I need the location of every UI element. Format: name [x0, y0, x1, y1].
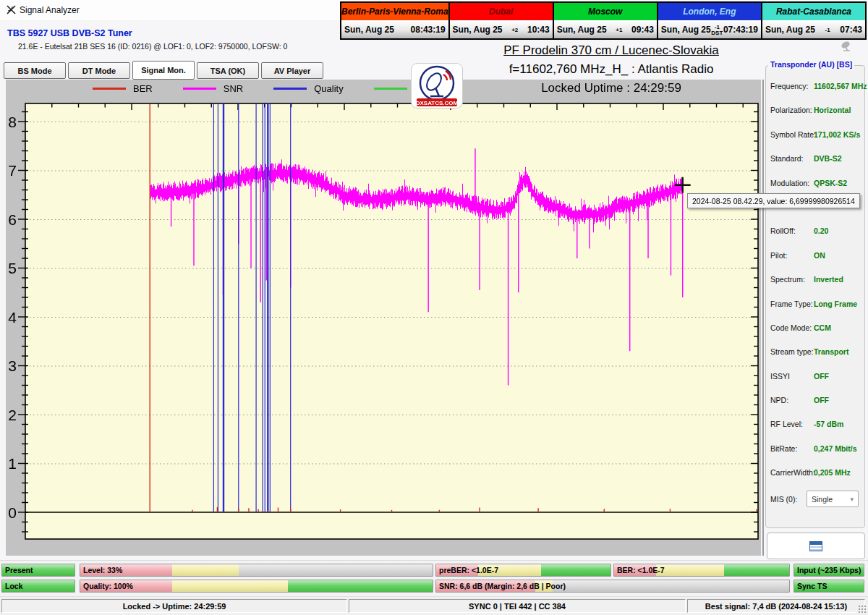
field-value: OFF — [814, 372, 829, 381]
field-label: RollOff: — [770, 226, 796, 235]
clock-utc-offset — [394, 29, 411, 30]
bar-segment-green — [288, 580, 433, 592]
tab-signal-mon-[interactable]: Signal Mon. — [132, 61, 195, 80]
legend-swatch-snr — [183, 88, 216, 90]
field-label: Standard: — [770, 154, 804, 163]
chart-tooltip: 2024-08-25 08.42.29, value: 6,6999998092… — [687, 193, 860, 208]
clock-time-row: Sun, Aug 25+109:43 — [554, 20, 657, 38]
clock-time-row: Sun, Aug 25-107:43 — [762, 20, 865, 38]
locked-uptime: Locked Uptime : 24:29:59 — [405, 81, 817, 96]
clock-date: Sun, Aug 25 — [661, 25, 711, 35]
clock-utc-offset: +1 — [607, 26, 632, 33]
field-label: Polarization: — [770, 106, 812, 114]
bar-input: Input (~235 Kbps) — [793, 564, 864, 577]
field-pilot-: Pilot:ON — [770, 251, 861, 275]
field-label: Modulation: — [770, 179, 809, 187]
field-label: Pilot: — [770, 251, 787, 260]
clock-date: Sun, Aug 25 — [344, 25, 394, 35]
bar-preber: preBER: <1.0E-7 — [435, 564, 611, 577]
clock-time-value: 10:43 — [527, 25, 550, 35]
clock-utc-offset: +2 — [503, 26, 528, 33]
field-value: Inverted — [814, 275, 843, 284]
legend-label: BER — [133, 83, 153, 94]
panel-divider — [762, 80, 764, 556]
bar-level: Level: 33% — [80, 564, 433, 577]
indicator-bars: PresentLevel: 33%preBER: <1.0E-7BER: <1.… — [0, 560, 868, 596]
clock-time-row: Sun, Aug 25-1DST07:43:19 — [658, 20, 761, 38]
clock-city-label: Moscow — [554, 3, 657, 20]
legend-item-quality: Quality — [273, 83, 343, 94]
field-rf-level-: RF Level:-57 dBm — [770, 420, 861, 444]
bar-label-input: Input (~235 Kbps) — [797, 566, 861, 574]
field-value: 0,205 MHz — [814, 468, 851, 477]
resize-grip[interactable] — [858, 605, 867, 614]
clock-time-row: Sun, Aug 2508:43:19 — [341, 20, 448, 38]
field-bitrate-: BitRate:0,247 Mbit/s — [770, 444, 861, 468]
field-value: 0.20 — [814, 226, 828, 235]
field-frame-type-: Frame Type:Long Frame — [770, 300, 861, 323]
app-icon — [6, 4, 17, 15]
legend-item-ber: BER — [93, 83, 153, 94]
signal-analyzer-window: Signal Analyzer Berlin-Paris-Vienna-Roma… — [0, 0, 868, 615]
tab-dt-mode[interactable]: DT Mode — [68, 62, 130, 79]
transponder-panel-title: Transponder (AU) [BS] — [768, 60, 854, 69]
bar-segment-gray — [239, 564, 433, 576]
bar-syncts: Sync TS — [793, 580, 864, 593]
clock-date: Sun, Aug 25 — [557, 25, 607, 35]
field-spectrum-: Spectrum:Inverted — [770, 275, 861, 299]
transport-stream-button[interactable] — [767, 533, 865, 559]
bar-label-ber: BER: <1.0E-7 — [617, 566, 665, 574]
field-label: CarrierWidth: — [770, 468, 815, 477]
clock-time-row: Sun, Aug 25+210:43 — [450, 20, 553, 38]
bar-segment-yellow — [656, 564, 724, 576]
field-value: Transport — [814, 347, 848, 356]
bar-label-level: Level: 33% — [83, 566, 122, 574]
bar-label-snr: SNR: 6,6 dB (Margin: 2,6 dB | Poor) — [439, 582, 566, 590]
bar-quality: Quality: 100% — [80, 580, 433, 593]
field-value: 171,002 KS/s — [814, 130, 860, 139]
legend-item-snr: SNR — [183, 83, 243, 94]
clock-3: MoscowSun, Aug 25+109:43 — [553, 3, 657, 38]
frequency-title: f=11602,760 MHz_H_ : Atlantis Radio — [405, 62, 817, 77]
clock-city-label: Dubai — [450, 3, 553, 20]
bar-label-present: Present — [5, 566, 33, 574]
svg-text:DXSATCS.COM: DXSATCS.COM — [416, 100, 459, 106]
clock-1: Berlin-Paris-Vienna-RomaSun, Aug 2508:43… — [341, 3, 448, 38]
mis-selected-value: Single — [812, 495, 833, 504]
mis-dropdown[interactable]: Single ▾ — [807, 491, 859, 507]
clock-utc-offset: -1DST — [711, 23, 723, 36]
field-stream-type-: Stream type:Transport — [770, 347, 861, 371]
bar-label-syncts: Sync TS — [797, 582, 827, 590]
tab-tsa-ok-[interactable]: TSA (OK) — [197, 62, 259, 79]
clock-time-value: 07:43 — [840, 25, 862, 35]
field-value: Long Frame — [814, 300, 857, 308]
field-label: Symbol Rate: — [770, 130, 816, 139]
clock-date: Sun, Aug 25 — [765, 25, 815, 35]
field-value: 11602,567 MHz — [814, 82, 867, 90]
legend-label: Quality — [314, 83, 343, 94]
field-carrierwidth-: CarrierWidth:0,205 MHz — [770, 468, 861, 492]
status-bar: Locked -> Uptime: 24:29:59 SYNC 0 | TEI … — [0, 596, 868, 615]
tab-bs-mode[interactable]: BS Mode — [4, 62, 66, 79]
bar-label-preber: preBER: <1.0E-7 — [439, 566, 498, 574]
signal-chart-canvas[interactable] — [6, 80, 761, 556]
mode-tabs: BS ModeDT ModeSignal Mon.TSA (OK)AV Play… — [4, 62, 323, 80]
bar-segment-green — [724, 564, 789, 576]
transponder-fields: Frequency:11602,567 MHzPolarization:Hori… — [770, 82, 861, 493]
field-label: RF Level: — [770, 420, 803, 428]
clock-5: Rabat-CasablancaSun, Aug 25-107:43 — [761, 3, 865, 38]
status-lock-uptime: Locked -> Uptime: 24:29:59 — [1, 599, 347, 613]
tab-av-player[interactable]: AV Player — [261, 62, 323, 79]
status-best-signal: Best signal: 7,4 dB (2024-08-24 15:13) — [687, 599, 865, 613]
field-standard-: Standard:DVB-S2 — [770, 154, 861, 178]
field-npd-: NPD:OFF — [770, 396, 861, 420]
clock-4: London, EngSun, Aug 25-1DST07:43:19 — [657, 3, 761, 38]
legend-swatch-quality — [273, 88, 307, 90]
chart-container — [6, 80, 761, 556]
clock-city-label: London, Eng — [658, 3, 761, 20]
bar-snr: SNR: 6,6 dB (Margin: 2,6 dB | Poor) — [435, 580, 790, 593]
field-label: Code Mode: — [770, 323, 812, 332]
chevron-down-icon: ▾ — [850, 496, 854, 503]
bar-present: Present — [1, 564, 75, 577]
clock-utc-offset: -1 — [815, 26, 841, 33]
